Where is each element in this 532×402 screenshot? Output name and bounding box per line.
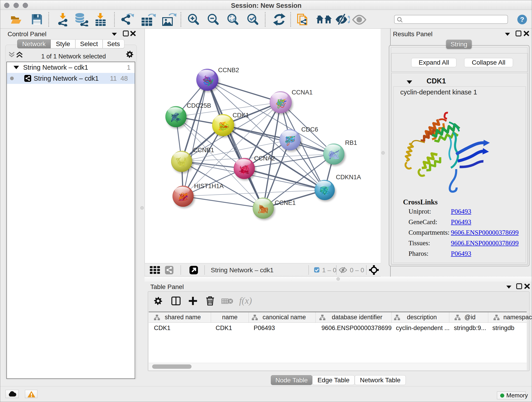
svg-text:RB1: RB1 xyxy=(345,139,357,146)
svg-text:?: ? xyxy=(520,16,524,23)
svg-text:CCNB1: CCNB1 xyxy=(193,147,214,153)
svg-text:CCNE1: CCNE1 xyxy=(275,199,296,206)
svg-text:HIST1H1A: HIST1H1A xyxy=(194,183,224,190)
svg-text:CDC25B: CDC25B xyxy=(187,102,211,109)
svg-text:CDK1: CDK1 xyxy=(233,112,249,119)
svg-text:CDKN1A: CDKN1A xyxy=(336,174,361,181)
svg-text:CCNA1: CCNA1 xyxy=(292,89,313,96)
svg-text:CCNA2: CCNA2 xyxy=(254,155,275,162)
svg-text:CCNB2: CCNB2 xyxy=(218,67,239,74)
svg-text:CDC6: CDC6 xyxy=(301,126,318,133)
